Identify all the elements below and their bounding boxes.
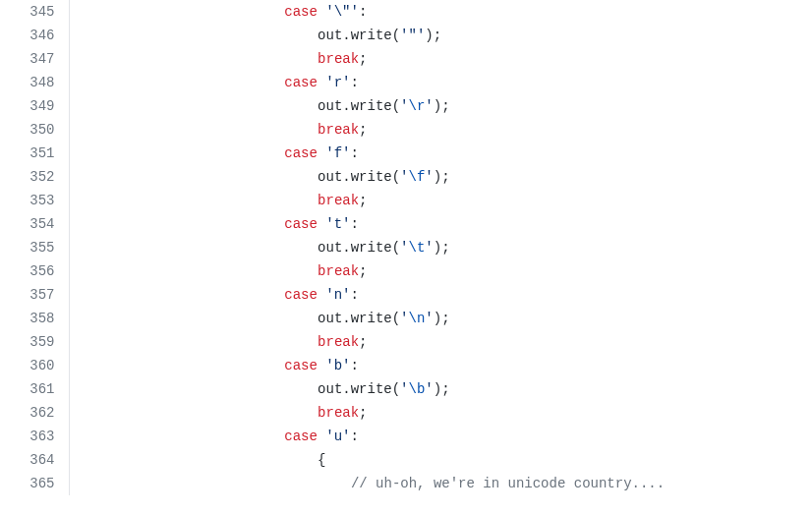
line-number[interactable]: 359 (0, 330, 69, 354)
code-line: 360case 'b': (0, 354, 812, 377)
line-number[interactable]: 363 (0, 425, 69, 448)
token-k: break (318, 193, 359, 208)
token-s: 'f' (325, 145, 350, 161)
code-content[interactable]: break; (69, 330, 812, 354)
token-p: ; (359, 122, 367, 138)
token-p: : (351, 75, 359, 90)
token-k: case (284, 145, 318, 161)
code-line: 364{ (0, 448, 812, 472)
code-line: 352out.write('\f'); (0, 165, 812, 189)
line-number[interactable]: 353 (0, 189, 69, 212)
line-number[interactable]: 364 (0, 448, 69, 472)
token-s: ' (400, 381, 408, 397)
code-line: 358out.write('\n'); (0, 307, 812, 330)
line-number[interactable]: 352 (0, 165, 69, 189)
token-p: ); (434, 98, 450, 114)
code-line: 365// uh-oh, we're in unicode country...… (0, 472, 812, 495)
code-content[interactable]: // uh-oh, we're in unicode country.... (69, 472, 812, 495)
code-line: 350break; (0, 118, 812, 142)
token-p: out.write( (318, 169, 400, 185)
line-number[interactable]: 346 (0, 24, 69, 47)
line-number[interactable]: 361 (0, 377, 69, 401)
token-p: : (359, 4, 367, 20)
token-esc: \n (409, 311, 426, 326)
token-esc: \r (409, 98, 426, 114)
token-s: 'u' (325, 429, 350, 444)
code-content[interactable]: case 'n': (69, 283, 812, 307)
token-p: out.write( (318, 240, 400, 256)
code-content[interactable]: break; (69, 189, 812, 212)
line-number[interactable]: 362 (0, 401, 69, 425)
token-p: ; (359, 51, 367, 67)
code-content[interactable]: break; (69, 118, 812, 142)
line-number[interactable]: 357 (0, 283, 69, 307)
code-line: 355out.write('\t'); (0, 236, 812, 259)
code-line: 356break; (0, 259, 812, 283)
token-p: ); (434, 381, 450, 397)
code-content[interactable]: break; (69, 259, 812, 283)
line-number[interactable]: 349 (0, 94, 69, 118)
code-content[interactable]: out.write('\t'); (69, 236, 812, 259)
token-k: break (318, 405, 359, 421)
line-number[interactable]: 345 (0, 0, 69, 24)
code-content[interactable]: { (69, 448, 812, 472)
token-p: ); (434, 169, 450, 185)
line-number[interactable]: 355 (0, 236, 69, 259)
token-p: : (351, 429, 359, 444)
code-line: 361out.write('\b'); (0, 377, 812, 401)
token-s: ' (400, 169, 408, 185)
token-k: case (284, 358, 318, 373)
code-block: 345case '\"':346out.write('"');347break;… (0, 0, 812, 495)
code-line: 354case 't': (0, 212, 812, 236)
code-line: 351case 'f': (0, 142, 812, 165)
code-content[interactable]: out.write('"'); (69, 24, 812, 47)
token-s: 't' (325, 216, 350, 232)
token-p: ; (359, 263, 367, 279)
token-p: ; (359, 405, 367, 421)
code-content[interactable]: case 't': (69, 212, 812, 236)
line-number[interactable]: 351 (0, 142, 69, 165)
code-line: 346out.write('"'); (0, 24, 812, 47)
token-p: ); (434, 311, 450, 326)
code-line: 357case 'n': (0, 283, 812, 307)
token-p: ); (425, 28, 441, 43)
line-number[interactable]: 360 (0, 354, 69, 377)
token-k: break (318, 51, 359, 67)
token-s: ' (425, 381, 433, 397)
token-p: : (351, 358, 359, 373)
line-number[interactable]: 358 (0, 307, 69, 330)
token-esc: \f (409, 169, 426, 185)
line-number[interactable]: 350 (0, 118, 69, 142)
token-p: out.write( (318, 311, 400, 326)
code-content[interactable]: out.write('\b'); (69, 377, 812, 401)
token-p: ; (359, 334, 367, 350)
token-s: '"' (400, 28, 425, 43)
code-line: 349out.write('\r'); (0, 94, 812, 118)
token-k: case (284, 216, 318, 232)
line-number[interactable]: 365 (0, 472, 69, 495)
token-s: '\"' (325, 4, 359, 20)
code-content[interactable]: out.write('\n'); (69, 307, 812, 330)
code-content[interactable]: out.write('\f'); (69, 165, 812, 189)
code-content[interactable]: case 'u': (69, 425, 812, 448)
code-content[interactable]: break; (69, 47, 812, 71)
token-k: break (318, 263, 359, 279)
token-s: ' (425, 240, 433, 256)
code-content[interactable]: case 'r': (69, 71, 812, 94)
line-number[interactable]: 347 (0, 47, 69, 71)
token-k: case (284, 75, 318, 90)
line-number[interactable]: 354 (0, 212, 69, 236)
code-content[interactable]: out.write('\r'); (69, 94, 812, 118)
code-line: 353break; (0, 189, 812, 212)
code-content[interactable]: break; (69, 401, 812, 425)
line-number[interactable]: 348 (0, 71, 69, 94)
token-k: case (284, 429, 318, 444)
token-k: break (318, 334, 359, 350)
code-line: 363case 'u': (0, 425, 812, 448)
token-s: 'b' (325, 358, 350, 373)
code-content[interactable]: case 'b': (69, 354, 812, 377)
code-content[interactable]: case '\"': (69, 0, 812, 24)
line-number[interactable]: 356 (0, 259, 69, 283)
token-esc: \t (409, 240, 426, 256)
code-content[interactable]: case 'f': (69, 142, 812, 165)
